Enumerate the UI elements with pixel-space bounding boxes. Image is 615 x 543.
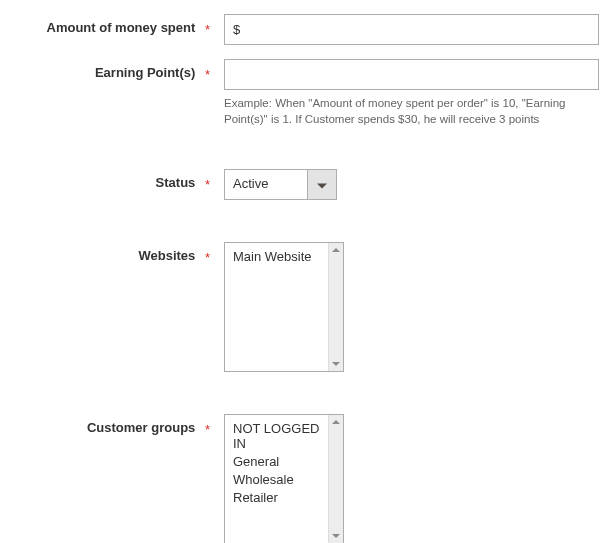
earning-points-input[interactable] xyxy=(224,59,599,90)
row-earning-points: Earning Point(s) * Example: When "Amount… xyxy=(14,59,601,127)
field-customer-groups: NOT LOGGED IN General Wholesale Retailer xyxy=(210,414,601,543)
required-mark-icon: * xyxy=(205,422,210,437)
customer-groups-multiselect[interactable]: NOT LOGGED IN General Wholesale Retailer xyxy=(224,414,344,543)
label-text: Status xyxy=(156,175,196,190)
label-websites: Websites * xyxy=(14,242,210,263)
earning-points-help: Example: When "Amount of money spent per… xyxy=(224,96,599,127)
status-select[interactable]: Active xyxy=(224,169,337,200)
required-mark-icon: * xyxy=(205,22,210,37)
label-earning-points: Earning Point(s) * xyxy=(14,59,210,80)
label-text: Amount of money spent xyxy=(47,20,196,35)
label-text: Websites xyxy=(138,248,195,263)
label-text: Customer groups xyxy=(87,420,195,435)
field-status: Active xyxy=(210,169,601,200)
label-text: Earning Point(s) xyxy=(95,65,195,80)
required-mark-icon: * xyxy=(205,177,210,192)
label-customer-groups: Customer groups * xyxy=(14,414,210,435)
list-item[interactable]: NOT LOGGED IN xyxy=(225,421,343,454)
websites-multiselect[interactable]: Main Website xyxy=(224,242,344,372)
amount-spent-input[interactable] xyxy=(224,14,599,45)
row-amount-spent: Amount of money spent * xyxy=(14,14,601,45)
field-websites: Main Website xyxy=(210,242,601,372)
form-container: Amount of money spent * Earning Point(s)… xyxy=(0,0,615,543)
scrollbar[interactable] xyxy=(328,415,343,543)
scrollbar[interactable] xyxy=(328,243,343,371)
status-select-value: Active xyxy=(224,169,308,200)
row-customer-groups: Customer groups * NOT LOGGED IN General … xyxy=(14,414,601,543)
field-earning-points: Example: When "Amount of money spent per… xyxy=(210,59,601,127)
label-amount-spent: Amount of money spent * xyxy=(14,14,210,35)
label-status: Status * xyxy=(14,169,210,190)
field-amount-spent xyxy=(210,14,601,45)
row-websites: Websites * Main Website xyxy=(14,242,601,372)
required-mark-icon: * xyxy=(205,67,210,82)
row-status: Status * Active xyxy=(14,169,601,200)
list-item[interactable]: Wholesale xyxy=(225,472,343,490)
required-mark-icon: * xyxy=(205,250,210,265)
list-item[interactable]: Retailer xyxy=(225,490,343,508)
chevron-down-icon[interactable] xyxy=(307,169,337,200)
list-item[interactable]: General xyxy=(225,454,343,472)
list-item[interactable]: Main Website xyxy=(225,249,343,267)
